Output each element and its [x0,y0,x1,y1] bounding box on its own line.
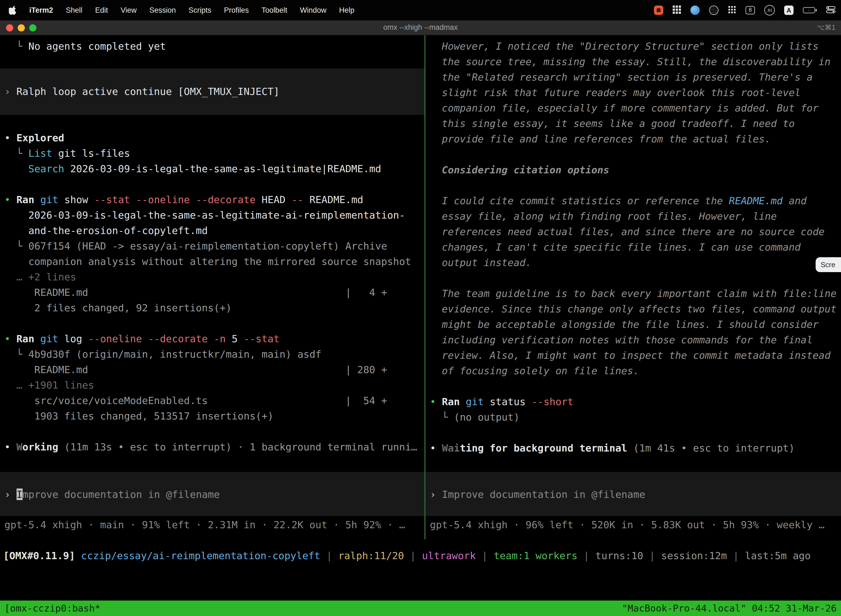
terminal-line: and-the-erosion-of-copyleft.md [4,223,424,238]
terminal-line: I could cite commit statistics or refere… [430,193,841,209]
terminal-line: src/voice/voiceModeEnabled.ts | 54 + [4,393,424,408]
terminal-line: changes, I can't cite specific file line… [430,239,841,255]
terminal-line: … +2 lines [4,269,424,285]
menu-help[interactable]: Help [339,6,355,14]
dots-grid-icon[interactable] [728,5,736,15]
terminal-line: • Ran git status --short [430,394,841,409]
tmux-panes: └ No agents completed yet › Ralph loop a… [0,35,841,539]
control-center-icon[interactable] [826,6,835,15]
terminal-line: └ No agents completed yet [4,39,424,54]
macos-menu-bar: iTerm2 ShellEditViewSessionScriptsProfil… [0,0,841,21]
screen-recording-stop-icon[interactable] [654,6,663,15]
terminal-line: • Waiting for background terminal (1m 41… [430,440,841,456]
ralph-inject-banner: › Ralph loop active continue [OMX_TMUX_I… [0,69,424,115]
terminal-line: 2026-03-09-is-legal-the-same-as-legitima… [4,208,424,223]
gauge-icon[interactable]: .61 [764,5,775,15]
menu-items: ShellEditViewSessionScriptsProfilesToolb… [66,6,355,14]
left-model-status: gpt-5.4 xhigh · main · 91% left · 2.31M … [4,517,424,532]
battery-icon[interactable] [803,7,817,13]
left-prompt-input[interactable]: ›Improve documentation in @filename [0,472,424,516]
terminal-line: └ 067f154 (HEAD -> essay/ai-reimplementa… [4,238,424,254]
right-prompt-input[interactable]: ›Improve documentation in @filename [425,472,841,516]
menu-toolbelt[interactable]: Toolbelt [262,6,287,14]
terminal-line: evidence. Since this change only affects… [430,301,841,317]
terminal-line: However, I noticed the "Directory Struct… [430,39,841,54]
dark-app-icon[interactable] [709,6,718,15]
terminal-line [4,316,424,331]
right-terminal-pane: However, I noticed the "Directory Struct… [425,35,841,539]
terminal-line: [OMX#0.11.9] cczip/essay/ai-reimplementa… [3,548,841,563]
notification-banner[interactable]: Scre [816,257,841,272]
keypad-8-icon[interactable]: 8 [746,6,755,14]
terminal-line: of focusing solely on file lines. [430,363,841,378]
menu-profiles[interactable]: Profiles [224,6,249,14]
right-scrollback: However, I noticed the "Directory Struct… [425,35,841,456]
terminal-line: companion file, especially if more comme… [430,100,841,116]
iterm2-window: iTerm2 ShellEditViewSessionScriptsProfil… [0,0,841,616]
menu-iterm2[interactable]: iTerm2 [29,6,53,14]
terminal-line: 2 files changed, 92 insertions(+) [4,300,424,316]
terminal-line: The team guideline is to back every impo… [430,286,841,301]
terminal-line: including verification notes with those … [430,332,841,348]
prompt-chevron-icon: › [4,488,10,500]
tmux-status-bar: [omx-cczip0:bash* "MacBook-Pro-44.local"… [0,601,841,616]
input-placeholder: mprove documentation in @filename [22,488,220,500]
terminal-line: • Ran git show --stat --oneline --decora… [4,192,424,208]
terminal-line [430,270,841,286]
terminal-line [430,178,841,193]
terminal-line: slight risk that future readers may over… [430,85,841,100]
terminal-line: README.md | 4 + [4,285,424,300]
terminal-line: └ List git ls-files [4,146,424,161]
menu-edit[interactable]: Edit [95,6,108,14]
terminal-line: might be acceptable alongside the file l… [430,317,841,332]
terminal-line: • Working (11m 13s • esc to interrupt) ·… [4,439,424,455]
right-model-status: gpt-5.4 xhigh · 96% left · 520K in · 5.8… [430,517,841,532]
terminal-line [4,177,424,192]
menu-session[interactable]: Session [149,6,176,14]
input-source-icon[interactable]: A [784,6,794,15]
text-cursor: I [16,488,23,500]
terminal-line: review. Also, I might want to inspect th… [430,348,841,363]
terminal-line: output instead. [430,255,841,270]
terminal-line: └ 4b9d30f (origin/main, instructkr/main,… [4,347,424,362]
terminal-line: › Ralph loop active continue [OMX_TMUX_I… [4,84,424,99]
notification-text: Scre [820,261,835,269]
menu-bar-status-icons: 8 .61 A [654,5,835,15]
terminal-line: companion analysis without altering the … [4,254,424,269]
terminal-line: 1903 files changed, 513517 insertions(+) [4,408,424,424]
menu-shell[interactable]: Shell [66,6,82,14]
blue-app-icon[interactable] [690,6,700,15]
window-title: omx --xhigh --madmax [0,21,841,35]
left-scrollback: • Explored └ List git ls-files Search 20… [0,130,424,455]
terminal-line: • Ran git log --oneline --decorate -n 5 … [4,331,424,347]
terminal-line: references need actual files, and since … [430,224,841,239]
menu-view[interactable]: View [120,6,136,14]
menu-scripts[interactable]: Scripts [189,6,211,14]
menu-window[interactable]: Window [300,6,327,14]
left-terminal-pane: └ No agents completed yet › Ralph loop a… [0,35,424,539]
menu-bar-left: iTerm2 ShellEditViewSessionScriptsProfil… [9,6,355,15]
terminal-line: essay file, along with finding root file… [430,209,841,224]
window-shortcut-badge: ⌥⌘1 [817,21,835,35]
terminal-line: this single essay, it seems like a good … [430,116,841,131]
input-placeholder: Improve documentation in @filename [442,488,645,500]
window-title-bar[interactable]: omx --xhigh --madmax ⌥⌘1 [0,21,841,35]
omx-status-line: [OMX#0.11.9] cczip/essay/ai-reimplementa… [3,548,841,563]
terminal-line: • Explored [4,130,424,146]
terminal-line: … +1901 lines [4,378,424,393]
left-scrollback-top: └ No agents completed yet [0,35,424,54]
terminal-line: Considering citation options [430,162,841,178]
terminal-line [430,147,841,162]
prompt-chevron-icon: › [430,488,436,500]
terminal-line: └ (no output) [430,409,841,425]
terminal-line: README.md | 280 + [4,362,424,378]
tmux-session-label: [omx-cczip0:bash* [4,603,100,614]
terminal-line [430,425,841,440]
terminal-line: the source tree, missing the essay. Stil… [430,54,841,70]
terminal-line [430,378,841,394]
tmux-host-clock-label: "MacBook-Pro-44.local" 04:52 31-Mar-26 [622,603,837,614]
window-grid-icon[interactable] [673,5,681,15]
terminal-line: provide file and line references from th… [430,131,841,147]
terminal-line: the "Related research writing" section i… [430,70,841,85]
apple-menu-icon[interactable] [9,6,16,15]
